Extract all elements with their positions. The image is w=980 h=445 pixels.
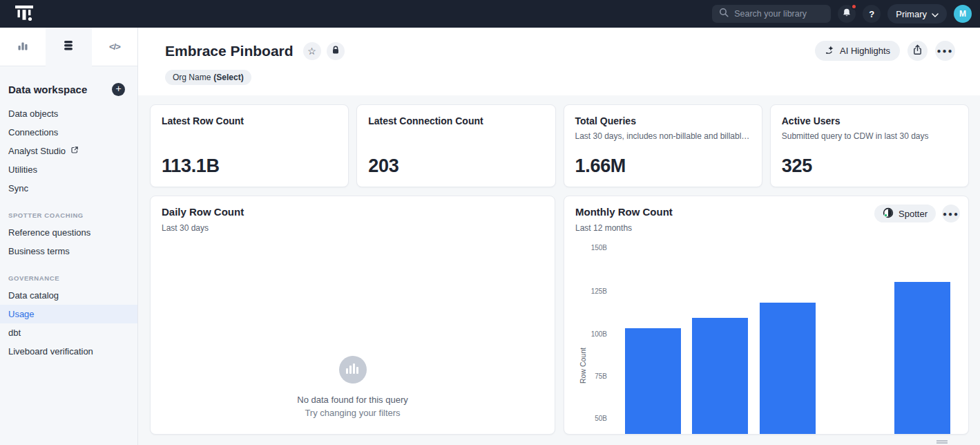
chart-subtitle: Last 30 days: [162, 223, 544, 233]
star-icon: ☆: [307, 46, 316, 57]
kpi-card-active-users[interactable]: Active Users Submitted query to CDW in l…: [770, 104, 969, 187]
bell-icon: [842, 8, 852, 20]
notification-dot: [851, 3, 857, 10]
sidebar-item-sync[interactable]: Sync: [0, 179, 137, 198]
kpi-card-total-queries[interactable]: Total Queries Last 30 days, includes non…: [564, 104, 762, 187]
kpi-subtitle: Last 30 days, includes non-billable and …: [575, 131, 751, 141]
bar-month-1[interactable]: [625, 328, 681, 434]
favorite-button[interactable]: ☆: [303, 42, 321, 60]
library-search[interactable]: [712, 5, 831, 23]
lock-button[interactable]: [327, 42, 345, 60]
user-avatar[interactable]: M: [954, 5, 972, 23]
sidebar-item-usage[interactable]: Usage: [0, 305, 137, 323]
sidebar-item-business-terms[interactable]: Business terms: [0, 242, 137, 261]
database-icon: [64, 40, 73, 54]
workspace-title: Data workspace: [8, 84, 87, 95]
empty-state-subtitle: Try changing your filters: [305, 408, 400, 418]
y-axis-tick: 100B: [578, 330, 607, 338]
org-name-filter-chip[interactable]: Org Name (Select): [165, 70, 251, 85]
external-link-icon: [70, 146, 79, 156]
org-switcher[interactable]: Primary: [887, 4, 947, 23]
org-switcher-label: Primary: [896, 9, 927, 19]
empty-chart-icon: [339, 356, 367, 384]
chart-card-monthly-row-count[interactable]: Monthly Row Count Last 12 months: [564, 196, 969, 435]
search-icon: [719, 8, 729, 20]
sidebar: </> Data workspace + Data objects Connec…: [0, 28, 138, 445]
tab-insights[interactable]: [0, 28, 46, 66]
bar-month-3[interactable]: [760, 303, 816, 434]
empty-state: No data found for this query Try changin…: [151, 356, 555, 418]
y-axis-tick: 50B: [578, 415, 607, 422]
share-icon: [912, 44, 923, 58]
page-title: Embrace Pinboard: [165, 43, 294, 59]
sidebar-item-dbt[interactable]: dbt: [0, 323, 137, 342]
sidebar-item-liveboard-verification[interactable]: Liveboard verification: [0, 342, 137, 361]
y-axis-label: Row Count: [579, 348, 587, 384]
sidebar-item-data-objects[interactable]: Data objects: [0, 104, 137, 123]
chart-title: Daily Row Count: [162, 206, 544, 218]
sidebar-item-connections[interactable]: Connections: [0, 123, 137, 142]
top-navigation-bar: ? Primary M: [0, 0, 980, 28]
tab-data-workspace[interactable]: [46, 28, 91, 66]
add-button[interactable]: +: [112, 83, 125, 96]
lock-icon: [332, 46, 340, 57]
kpi-value: 325: [782, 155, 957, 177]
more-options-button[interactable]: ●●●: [935, 41, 955, 61]
kpi-card-latest-connection-count[interactable]: Latest Connection Count 203: [356, 104, 555, 187]
section-governance: GOVERNANCE: [0, 261, 137, 286]
ellipsis-icon: ●●●: [936, 47, 953, 55]
liveboard-canvas: Latest Row Count 113.1B Latest Connectio…: [138, 95, 980, 445]
kpi-value: 203: [368, 155, 544, 177]
card-resize-handle[interactable]: [936, 440, 948, 444]
share-button[interactable]: [907, 41, 928, 61]
kpi-value: 113.1B: [162, 155, 337, 177]
thoughtspot-logo[interactable]: [14, 3, 35, 25]
empty-state-title: No data found for this query: [297, 395, 407, 405]
kpi-value: 1.66M: [575, 155, 751, 177]
monthly-bar-plot: 150B 125B 100B 75B 50B Row Count: [564, 196, 968, 434]
sidebar-item-analyst-studio[interactable]: Analyst Studio: [0, 142, 137, 160]
chart-card-daily-row-count[interactable]: Daily Row Count Last 30 days N: [150, 196, 555, 435]
kpi-title: Active Users: [782, 115, 957, 126]
y-axis-tick: 125B: [578, 287, 607, 295]
kpi-subtitle: Submitted query to CDW in last 30 days: [782, 131, 957, 141]
sidebar-tabs: </>: [0, 28, 137, 66]
bar-month-2[interactable]: [692, 318, 748, 434]
help-button[interactable]: ?: [863, 5, 881, 23]
tab-developer[interactable]: </>: [92, 28, 137, 66]
bar-chart-icon: [17, 40, 28, 54]
ai-highlights-button[interactable]: AI Highlights: [815, 41, 900, 61]
kpi-card-latest-row-count[interactable]: Latest Row Count 113.1B: [150, 104, 349, 187]
y-axis-tick: 150B: [578, 244, 607, 252]
ai-sparkle-icon: [825, 45, 835, 57]
chevron-down-icon: [932, 9, 939, 19]
sidebar-item-utilities[interactable]: Utilities: [0, 160, 137, 179]
sidebar-item-data-catalog[interactable]: Data catalog: [0, 286, 137, 305]
kpi-title: Total Queries: [575, 115, 751, 126]
liveboard-header: Embrace Pinboard ☆: [138, 28, 980, 95]
kpi-title: Latest Row Count: [162, 115, 337, 126]
code-icon: </>: [109, 41, 120, 52]
search-input[interactable]: [734, 9, 824, 19]
notifications-button[interactable]: [838, 5, 856, 23]
section-spotter-coaching: SPOTTER COACHING: [0, 198, 137, 223]
sidebar-item-reference-questions[interactable]: Reference questions: [0, 223, 137, 242]
bar-month-5[interactable]: [894, 282, 950, 434]
ai-highlights-label: AI Highlights: [840, 46, 890, 56]
kpi-title: Latest Connection Count: [368, 115, 544, 126]
